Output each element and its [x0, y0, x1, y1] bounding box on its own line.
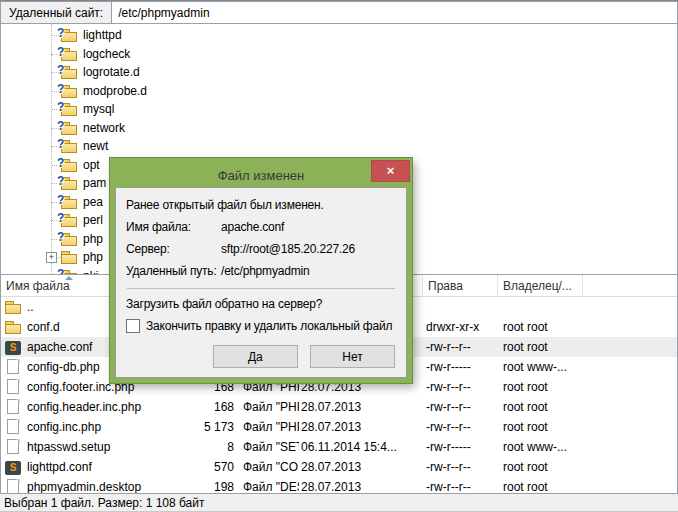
folder-question-icon: ? [61, 27, 77, 43]
file-icon [5, 439, 21, 455]
tree-item-modprobe.d[interactable]: ?modprobe.d [1, 82, 677, 101]
dialog-buttons: Да Нет [126, 345, 396, 368]
file-date: 28.07.2013 [299, 460, 423, 474]
filename-label: Имя файла: [126, 216, 221, 238]
finish-edit-row: Закончить правку и удалить локальный фай… [126, 315, 396, 336]
folder-question-icon: ? [61, 120, 77, 136]
file-name: htpasswd.setup [27, 440, 110, 454]
sort-ascending-icon [65, 276, 73, 280]
column-header-5[interactable]: Владелец/... [498, 275, 583, 296]
folder-question-icon: ? [61, 157, 77, 173]
file-name: conf.d [27, 320, 60, 334]
yes-button[interactable]: Да [213, 345, 298, 368]
file-name: .. [27, 300, 34, 314]
file-name: lighttpd.conf [27, 460, 92, 474]
file-row-htpasswd.setup[interactable]: htpasswd.setup8Файл "SET...06.11.2014 15… [1, 437, 677, 457]
file-rights: -rw-r----- [423, 440, 498, 454]
folder-icon [61, 249, 77, 265]
file-name: config.header.inc.php [27, 400, 141, 414]
tree-item-label: network [83, 121, 125, 135]
file-rights: -rw-r--r-- [423, 400, 498, 414]
file-row-config.inc.php[interactable]: config.inc.php5 173Файл "PHP"28.07.2013-… [1, 417, 677, 437]
question-mark-badge: ? [57, 174, 64, 188]
file-icon [5, 399, 21, 415]
file-owner: root root [498, 320, 583, 334]
folder-question-icon: ? [61, 212, 77, 228]
file-icon [5, 479, 21, 493]
tree-item-label: lighttpd [83, 28, 122, 42]
question-mark-badge: ? [57, 193, 64, 207]
file-name-cell: phpmyadmin.desktop [1, 479, 183, 493]
dialog-field-filename: Имя файла: apache.conf [126, 216, 396, 238]
question-mark-badge: ? [57, 63, 64, 77]
folder-question-icon: ? [61, 138, 77, 154]
finish-edit-checkbox[interactable] [126, 319, 140, 333]
file-type: Файл "SET... [237, 440, 299, 454]
remote-path-input[interactable] [112, 1, 678, 24]
folder-question-icon: ? [61, 194, 77, 210]
question-mark-badge: ? [57, 45, 64, 59]
folder-question-icon: ? [61, 46, 77, 62]
question-mark-badge: ? [57, 100, 64, 114]
tree-item-label: pam [83, 176, 106, 190]
file-rights: -rw-r--r-- [423, 380, 498, 394]
question-mark-badge: ? [57, 267, 64, 274]
file-date: 28.07.2013 [299, 480, 423, 493]
file-name: config.inc.php [27, 420, 101, 434]
file-row-lighttpd.conf[interactable]: Slighttpd.conf570Файл "CO...28.07.2013-r… [1, 457, 677, 477]
tree-item-logrotate.d[interactable]: ?logrotate.d [1, 63, 677, 82]
question-mark-badge: ? [57, 119, 64, 133]
file-type: Файл "DES... [237, 480, 299, 493]
folder-question-icon: ? [61, 101, 77, 117]
file-size: 168 [183, 400, 237, 414]
file-name-cell: Slighttpd.conf [1, 460, 183, 475]
server-label: Сервер: [126, 238, 221, 260]
tree-item-logcheck[interactable]: ?logcheck [1, 45, 677, 64]
file-type: Файл "PHP" [237, 420, 299, 434]
tree-item-lighttpd[interactable]: ?lighttpd [1, 26, 677, 45]
file-owner: root root [498, 400, 583, 414]
file-owner: root root [498, 460, 583, 474]
folder-question-icon: ? [61, 64, 77, 80]
tree-item-network[interactable]: ?network [1, 119, 677, 138]
file-row-config.header.inc.php[interactable]: config.header.inc.php168Файл "PHP"28.07.… [1, 397, 677, 417]
tree-item-label: mysql [83, 102, 114, 116]
sublime-file-icon: S [5, 341, 21, 355]
server-value: sftp://root@185.20.227.26 [221, 238, 355, 260]
file-size: 570 [183, 460, 237, 474]
file-owner: root www-... [498, 440, 583, 454]
remote-path-label: Удаленный путь: [126, 260, 221, 282]
status-bar: Выбран 1 файл. Размер: 1 108 байт [0, 493, 678, 512]
file-icon [5, 359, 21, 375]
file-date: 28.07.2013 [299, 400, 423, 414]
file-name: apache.conf [27, 340, 92, 354]
file-name-cell: config.header.inc.php [1, 399, 183, 415]
expander-plus-icon[interactable]: + [46, 252, 57, 263]
question-mark-badge: ? [57, 230, 64, 244]
tree-item-mysql[interactable]: ?mysql [1, 100, 677, 119]
close-icon[interactable]: × [371, 160, 410, 182]
tree-item-label: php [83, 250, 103, 264]
file-rights: -rw-r--r-- [423, 460, 498, 474]
folder-icon [5, 299, 21, 315]
remote-path-value: /etc/phpmyadmin [221, 260, 309, 282]
dialog-body: Ранее открытый файл был изменен. Имя фай… [115, 187, 407, 378]
upload-question: Загрузить файл обратно на сервер? [126, 294, 396, 315]
tree-item-label: newt [83, 139, 108, 153]
file-owner: root root [498, 480, 583, 493]
tree-item-newt[interactable]: ?newt [1, 137, 677, 156]
tree-item-label: logrotate.d [83, 65, 140, 79]
file-rights: drwxr-xr-x [423, 320, 498, 334]
file-owner: root root [498, 420, 583, 434]
file-rights: -rw-r--r-- [423, 340, 498, 354]
question-mark-badge: ? [57, 156, 64, 170]
folder-question-icon: ? [61, 231, 77, 247]
column-header-filler [583, 275, 677, 296]
column-header-4[interactable]: Права [423, 275, 498, 296]
file-row-phpmyadmin.desktop[interactable]: phpmyadmin.desktop198Файл "DES...28.07.2… [1, 477, 677, 493]
no-button[interactable]: Нет [310, 345, 395, 368]
file-owner: root root [498, 380, 583, 394]
file-name-cell: htpasswd.setup [1, 439, 183, 455]
tree-item-label: perl [83, 213, 103, 227]
file-changed-dialog: Файл изменен × Ранее открытый файл был и… [110, 158, 412, 383]
